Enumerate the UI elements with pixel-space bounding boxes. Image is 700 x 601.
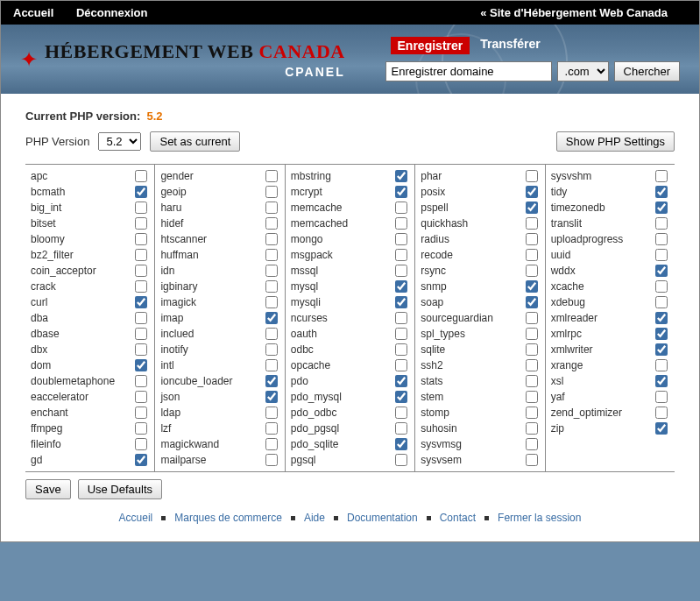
extension-checkbox-sourceguardian[interactable] [526, 312, 538, 324]
extension-checkbox-soap[interactable] [526, 296, 538, 308]
site-link[interactable]: « Site d'Hébergement Web Canada [480, 6, 668, 19]
extension-checkbox-hidef[interactable] [265, 217, 278, 230]
extension-checkbox-uuid[interactable] [655, 249, 668, 261]
extension-checkbox-pdo[interactable] [395, 375, 407, 387]
footer-link[interactable]: Fermer la session [498, 512, 581, 524]
extension-checkbox-stem[interactable] [526, 391, 538, 403]
extension-checkbox-recode[interactable] [526, 249, 538, 261]
extension-checkbox-translit[interactable] [655, 217, 668, 230]
extension-checkbox-apc[interactable] [135, 170, 147, 182]
tab-transfer[interactable]: Transférer [480, 37, 540, 54]
extension-checkbox-tidy[interactable] [655, 186, 668, 198]
extension-checkbox-sysvshm[interactable] [655, 170, 668, 182]
extension-checkbox-mysqli[interactable] [395, 296, 407, 308]
extension-checkbox-mongo[interactable] [395, 233, 407, 245]
show-php-settings-button[interactable]: Show PHP Settings [556, 131, 675, 152]
extension-checkbox-crack[interactable] [135, 280, 147, 293]
extension-checkbox-enchant[interactable] [135, 407, 147, 419]
extension-checkbox-uploadprogress[interactable] [655, 233, 668, 245]
extension-checkbox-htscanner[interactable] [265, 233, 278, 245]
extension-checkbox-lzf[interactable] [265, 422, 278, 435]
extension-checkbox-doublemetaphone[interactable] [135, 375, 147, 387]
extension-checkbox-magickwand[interactable] [265, 438, 278, 450]
extension-checkbox-pdo_mysql[interactable] [395, 391, 407, 403]
extension-checkbox-stomp[interactable] [526, 407, 538, 419]
extension-checkbox-pspell[interactable] [526, 202, 538, 214]
extension-checkbox-idn[interactable] [265, 265, 278, 277]
extension-checkbox-dbx[interactable] [135, 343, 147, 356]
extension-checkbox-igbinary[interactable] [265, 280, 278, 293]
extension-checkbox-sysvsem[interactable] [526, 454, 538, 466]
extension-checkbox-fileinfo[interactable] [135, 438, 147, 450]
extension-checkbox-wddx[interactable] [655, 265, 668, 277]
extension-checkbox-xmlwriter[interactable] [655, 343, 668, 356]
extension-checkbox-dom[interactable] [135, 359, 147, 371]
extension-checkbox-xdebug[interactable] [655, 296, 668, 308]
extension-checkbox-pdo_pgsql[interactable] [395, 422, 407, 435]
extension-checkbox-pdo_sqlite[interactable] [395, 438, 407, 450]
extension-checkbox-ffmpeg[interactable] [135, 422, 147, 435]
extension-checkbox-memcached[interactable] [395, 217, 407, 230]
extension-checkbox-mssql[interactable] [395, 265, 407, 277]
extension-checkbox-oauth[interactable] [395, 328, 407, 340]
extension-checkbox-xmlreader[interactable] [655, 312, 668, 324]
extension-checkbox-quickhash[interactable] [526, 217, 538, 230]
extension-checkbox-memcache[interactable] [395, 202, 407, 214]
extension-checkbox-snmp[interactable] [526, 280, 538, 293]
extension-checkbox-pdo_odbc[interactable] [395, 407, 407, 419]
extension-checkbox-intl[interactable] [265, 359, 278, 371]
extension-checkbox-sysvmsg[interactable] [526, 438, 538, 450]
use-defaults-button[interactable]: Use Defaults [78, 479, 162, 499]
extension-checkbox-sqlite[interactable] [526, 343, 538, 356]
php-version-select[interactable]: 5.2 [98, 132, 141, 151]
search-button[interactable]: Chercher [614, 61, 680, 81]
footer-link[interactable]: Marques de commerce [174, 512, 282, 524]
footer-link[interactable]: Accueil [119, 512, 153, 524]
extension-checkbox-imap[interactable] [265, 312, 278, 324]
nav-home-link[interactable]: Accueil [13, 6, 53, 19]
extension-checkbox-bitset[interactable] [135, 217, 147, 230]
set-current-button[interactable]: Set as current [150, 131, 240, 152]
extension-checkbox-imagick[interactable] [265, 296, 278, 308]
extension-checkbox-rsync[interactable] [526, 265, 538, 277]
extension-checkbox-pgsql[interactable] [395, 454, 407, 466]
extension-checkbox-dbase[interactable] [135, 328, 147, 340]
extension-checkbox-coin_acceptor[interactable] [135, 265, 147, 277]
extension-checkbox-eaccelerator[interactable] [135, 391, 147, 403]
tab-register[interactable]: Enregistrer [391, 37, 470, 54]
nav-logout-link[interactable]: Déconnexion [76, 6, 148, 19]
extension-checkbox-suhosin[interactable] [526, 422, 538, 435]
extension-checkbox-mysql[interactable] [395, 280, 407, 293]
extension-checkbox-gender[interactable] [265, 170, 278, 182]
extension-checkbox-yaf[interactable] [655, 391, 668, 403]
extension-checkbox-bz2_filter[interactable] [135, 249, 147, 261]
extension-checkbox-spl_types[interactable] [526, 328, 538, 340]
extension-checkbox-zip[interactable] [655, 422, 668, 435]
extension-checkbox-opcache[interactable] [395, 359, 407, 371]
extension-checkbox-stats[interactable] [526, 375, 538, 387]
footer-link[interactable]: Documentation [347, 512, 418, 524]
extension-checkbox-gd[interactable] [135, 454, 147, 466]
extension-checkbox-xrange[interactable] [655, 359, 668, 371]
extension-checkbox-haru[interactable] [265, 202, 278, 214]
extension-checkbox-inclued[interactable] [265, 328, 278, 340]
extension-checkbox-mailparse[interactable] [265, 454, 278, 466]
extension-checkbox-ldap[interactable] [265, 407, 278, 419]
extension-checkbox-ssh2[interactable] [526, 359, 538, 371]
extension-checkbox-huffman[interactable] [265, 249, 278, 261]
save-button[interactable]: Save [25, 479, 71, 499]
footer-link[interactable]: Contact [440, 512, 476, 524]
extension-checkbox-xmlrpc[interactable] [655, 328, 668, 340]
extension-checkbox-odbc[interactable] [395, 343, 407, 356]
extension-checkbox-dba[interactable] [135, 312, 147, 324]
extension-checkbox-xsl[interactable] [655, 375, 668, 387]
tld-select[interactable]: .com [557, 61, 609, 81]
extension-checkbox-bcmath[interactable] [135, 186, 147, 198]
extension-checkbox-ioncube_loader[interactable] [265, 375, 278, 387]
extension-checkbox-json[interactable] [265, 391, 278, 403]
extension-checkbox-radius[interactable] [526, 233, 538, 245]
extension-checkbox-ncurses[interactable] [395, 312, 407, 324]
extension-checkbox-timezonedb[interactable] [655, 202, 668, 214]
extension-checkbox-msgpack[interactable] [395, 249, 407, 261]
domain-input[interactable] [385, 61, 552, 81]
